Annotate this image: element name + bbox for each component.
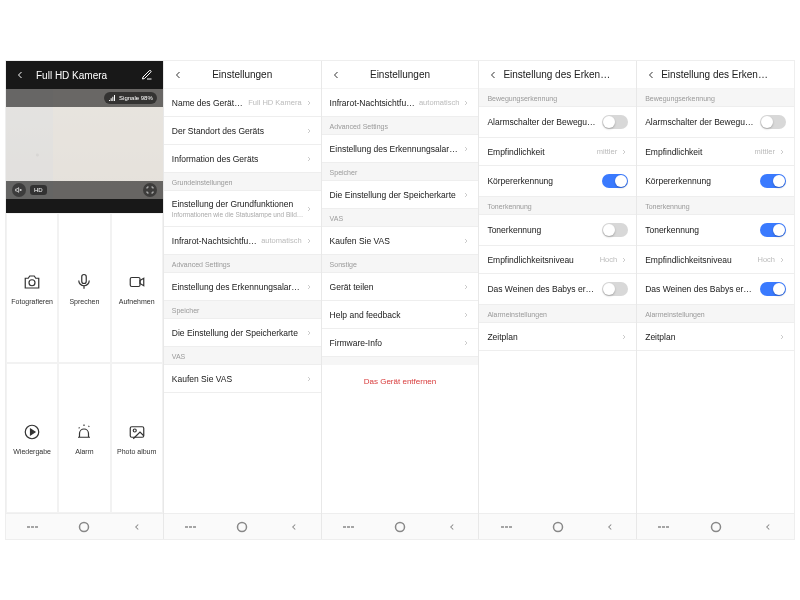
back-button[interactable]: [128, 520, 146, 534]
row-motion-switch: Alarmschalter der Bewegungserkennung: [479, 107, 636, 138]
back-button[interactable]: [601, 520, 619, 534]
section-sound: Tonerkennung: [637, 197, 794, 215]
back-icon[interactable]: [645, 69, 661, 81]
section-storage: Speicher: [322, 163, 479, 181]
page-title: Einstellungen: [188, 69, 297, 80]
row-share[interactable]: Gerät teilen: [322, 273, 479, 301]
quality-badge[interactable]: HD: [30, 185, 47, 195]
row-detection-alarm[interactable]: Einstellung des Erkennungsalarms: [322, 135, 479, 163]
toggle-motion[interactable]: [602, 115, 628, 129]
chevron-right-icon: [305, 329, 313, 337]
edit-icon[interactable]: [141, 69, 155, 81]
camera-title: Full HD Kamera: [28, 70, 141, 81]
row-vas[interactable]: Kaufen Sie VAS: [322, 227, 479, 255]
action-photo-album[interactable]: Photo album: [111, 363, 163, 513]
chevron-right-icon: [462, 191, 470, 199]
page-header: Einstellung des Erkennungsalarms: [637, 61, 794, 89]
row-label: Firmware-Info: [330, 338, 463, 348]
mute-icon[interactable]: [12, 183, 26, 197]
row-label: Körpererkennung: [487, 176, 602, 186]
toggle-baby[interactable]: [760, 282, 786, 296]
page-title: Einstellung des Erkennungsalarms: [661, 69, 770, 80]
row-label: Zeitplan: [487, 332, 620, 342]
action-alarm[interactable]: Alarm: [58, 363, 110, 513]
toggle-body[interactable]: [760, 174, 786, 188]
action-label: Alarm: [75, 448, 93, 455]
remove-device-button[interactable]: Das Gerät entfernen: [322, 365, 479, 398]
row-help[interactable]: Help and feedback: [322, 301, 479, 329]
action-sprechen[interactable]: Sprechen: [58, 213, 110, 363]
back-icon[interactable]: [330, 69, 346, 81]
svg-point-25: [711, 522, 720, 531]
android-navbar: [164, 513, 321, 539]
row-vas[interactable]: Kaufen Sie VAS: [164, 365, 321, 393]
recents-button[interactable]: [181, 520, 199, 534]
toggle-sound[interactable]: [760, 223, 786, 237]
row-storage[interactable]: Die Einstellung der Speicherkarte: [164, 319, 321, 347]
recents-button[interactable]: [654, 520, 672, 534]
action-aufnehmen[interactable]: Aufnehmen: [111, 213, 163, 363]
row-sound-level[interactable]: Empfindlichkeitsniveau Hoch: [637, 246, 794, 274]
toggle-sound[interactable]: [602, 223, 628, 237]
chevron-right-icon: [305, 205, 313, 213]
back-icon[interactable]: [487, 69, 503, 81]
home-button[interactable]: [75, 520, 93, 534]
live-video[interactable]: Signale 98% HD: [6, 89, 163, 199]
back-button[interactable]: [443, 520, 461, 534]
chevron-right-icon: [462, 339, 470, 347]
row-infrared[interactable]: Infrarot-Nachtsichtfunktion automatisch: [322, 89, 479, 117]
svg-rect-1: [82, 274, 87, 283]
section-alarm: Alarmeinstellungen: [637, 305, 794, 323]
row-device-location[interactable]: Der Standort des Geräts: [164, 117, 321, 145]
svg-point-9: [80, 522, 89, 531]
row-label: Kaufen Sie VAS: [172, 374, 305, 384]
home-button[interactable]: [707, 520, 725, 534]
row-label: Name des Geräts ändern: [172, 98, 248, 108]
toggle-motion[interactable]: [760, 115, 786, 129]
action-label: Photo album: [117, 448, 156, 455]
recents-button[interactable]: [497, 520, 515, 534]
home-button[interactable]: [549, 520, 567, 534]
row-firmware[interactable]: Firmware-Info: [322, 329, 479, 357]
home-button[interactable]: [233, 520, 251, 534]
row-schedule[interactable]: Zeitplan: [479, 323, 636, 351]
home-button[interactable]: [391, 520, 409, 534]
row-label: Infrarot-Nachtsichtfunktion: [330, 98, 419, 108]
album-icon: [127, 422, 147, 442]
row-sound-switch: Tonerkennung: [637, 215, 794, 246]
recents-button[interactable]: [23, 520, 41, 534]
row-schedule[interactable]: Zeitplan: [637, 323, 794, 351]
chevron-right-icon: [305, 155, 313, 163]
back-button[interactable]: [285, 520, 303, 534]
row-device-info[interactable]: Information des Geräts: [164, 145, 321, 173]
row-label: Einstellung des Erkennungsalarms: [330, 144, 463, 154]
row-sensitivity[interactable]: Empfindlichkeit mittler: [479, 138, 636, 166]
row-value: Hoch: [600, 255, 618, 264]
row-label: Tonerkennung: [645, 225, 760, 235]
back-icon[interactable]: [172, 69, 188, 81]
row-sound-level[interactable]: Empfindlichkeitsniveau Hoch: [479, 246, 636, 274]
row-storage[interactable]: Die Einstellung der Speicherkarte: [322, 181, 479, 209]
toggle-baby[interactable]: [602, 282, 628, 296]
chevron-right-icon: [305, 99, 313, 107]
action-label: Aufnehmen: [119, 298, 155, 305]
mic-icon: [74, 272, 94, 292]
row-basic-settings[interactable]: Einstellung der Grundfunktionen Informat…: [164, 191, 321, 227]
recents-button[interactable]: [339, 520, 357, 534]
back-button[interactable]: [759, 520, 777, 534]
back-icon[interactable]: [14, 69, 28, 81]
row-device-name[interactable]: Name des Geräts ändern Full HD Kamera: [164, 89, 321, 117]
row-detection-alarm[interactable]: Einstellung des Erkennungsalarms: [164, 273, 321, 301]
page-title: Einstellung des Erkennungsalarms: [503, 69, 612, 80]
action-wiedergabe[interactable]: Wiedergabe: [6, 363, 58, 513]
fullscreen-icon[interactable]: [143, 183, 157, 197]
action-fotografieren[interactable]: Fotografieren: [6, 213, 58, 363]
row-label: Gerät teilen: [330, 282, 463, 292]
row-infrared[interactable]: Infrarot-Nachtsichtfunktion automatisch: [164, 227, 321, 255]
chevron-right-icon: [778, 333, 786, 341]
row-sensitivity[interactable]: Empfindlichkeit mittler: [637, 138, 794, 166]
toggle-body[interactable]: [602, 174, 628, 188]
row-motion-switch: Alarmschalter der Bewegungserkennung: [637, 107, 794, 138]
row-label: Empfindlichkeitsniveau: [645, 255, 757, 265]
row-body-detection: Körpererkennung: [479, 166, 636, 197]
